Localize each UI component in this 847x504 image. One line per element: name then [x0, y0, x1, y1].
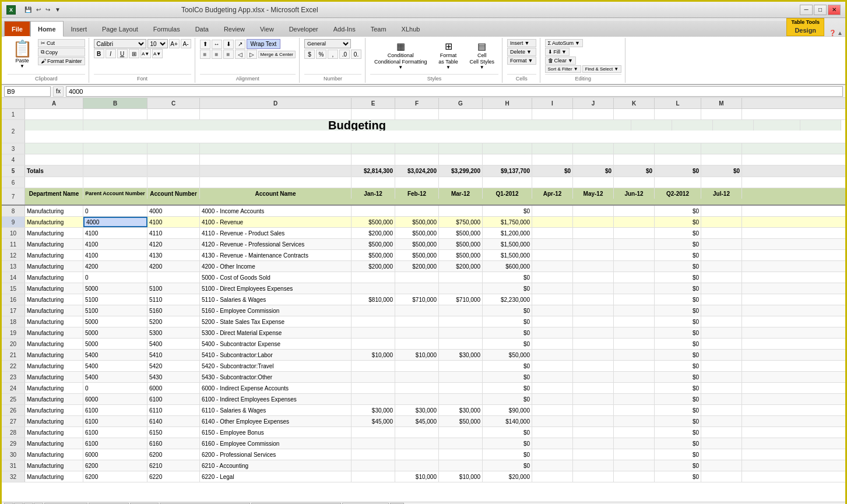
cell-l5[interactable]: $0 [655, 165, 701, 176]
cell-e24[interactable] [352, 383, 395, 393]
cell-d21[interactable]: 5410 - Subcontractor:Labor [200, 350, 352, 360]
cell-e8[interactable] [352, 206, 395, 216]
cell-j18[interactable] [573, 316, 614, 327]
row-num-7[interactable]: 7 [2, 188, 25, 205]
cell-g20[interactable] [439, 339, 483, 349]
cell-m18[interactable] [701, 316, 742, 327]
cell-h13[interactable]: $600,000 [483, 261, 532, 272]
cell-c8[interactable]: 4000 [147, 206, 200, 216]
cell-f12[interactable]: $500,000 [395, 250, 439, 260]
cell-d23[interactable]: 5430 - Subcontractor:Other [200, 372, 352, 382]
cell-d3[interactable] [200, 143, 352, 154]
cell-f10[interactable]: $500,000 [395, 228, 439, 238]
col-header-a[interactable]: A [25, 98, 83, 108]
cell-c30[interactable]: 6200 [147, 449, 200, 460]
cell-a8[interactable]: Manufacturing [25, 206, 83, 216]
cell-g30[interactable] [439, 449, 483, 460]
cell-f28[interactable] [395, 427, 439, 438]
cell-c23[interactable]: 5430 [147, 372, 200, 382]
cell-h27[interactable]: $140,000 [483, 416, 532, 427]
row-num-18[interactable]: 18 [2, 316, 25, 327]
cell-b19[interactable]: 5000 [83, 327, 147, 338]
formula-input[interactable] [66, 86, 843, 97]
cell-m4[interactable] [701, 154, 742, 165]
cell-b3[interactable] [83, 143, 147, 154]
cell-g21[interactable]: $30,000 [439, 350, 483, 360]
cell-h3[interactable] [483, 143, 532, 154]
tab-formulas[interactable]: Formulas [146, 21, 188, 36]
cell-c5[interactable] [147, 165, 200, 176]
bold-button[interactable]: B [94, 49, 104, 58]
cell-j16[interactable] [573, 294, 614, 305]
cell-m8[interactable] [701, 206, 742, 216]
help-icon[interactable]: ❓ [829, 30, 836, 36]
cell-l2[interactable] [754, 120, 800, 131]
cell-j3[interactable] [573, 143, 614, 154]
cell-i3[interactable] [532, 143, 573, 154]
cell-a15[interactable]: Manufacturing [25, 283, 83, 294]
cell-k16[interactable] [614, 294, 655, 305]
col-header-m[interactable]: M [701, 98, 742, 108]
cell-d12[interactable]: 4130 - Revenue - Maintenance Contracts [200, 250, 352, 260]
row-num-23[interactable]: 23 [2, 372, 25, 382]
cell-h25[interactable]: $0 [483, 394, 532, 404]
cell-h28[interactable]: $0 [483, 427, 532, 438]
cell-k2[interactable] [713, 120, 754, 131]
cell-j22[interactable] [573, 361, 614, 371]
row-num-1[interactable]: 1 [2, 109, 25, 119]
cell-j14[interactable] [573, 272, 614, 283]
merge-center-button[interactable]: Merge & Center [258, 51, 296, 58]
row-num-28[interactable]: 28 [2, 427, 25, 438]
cell-l17[interactable]: $0 [655, 305, 701, 316]
cell-b17[interactable]: 5100 [83, 305, 147, 316]
cell-a32[interactable]: Manufacturing [25, 471, 83, 482]
cell-d13[interactable]: 4200 - Other Income [200, 261, 352, 272]
cell-g10[interactable]: $500,000 [439, 228, 483, 238]
cell-g9[interactable]: $750,000 [439, 217, 483, 227]
cell-l24[interactable]: $0 [655, 383, 701, 393]
cell-title[interactable]: Budgeting [83, 120, 631, 131]
cell-k32[interactable] [614, 471, 655, 482]
cell-g27[interactable]: $50,000 [439, 416, 483, 427]
cell-g26[interactable]: $30,000 [439, 405, 483, 415]
cell-d27[interactable]: 6140 - Other Employee Expenses [200, 416, 352, 427]
cell-h24[interactable]: $0 [483, 383, 532, 393]
cell-h23[interactable]: $0 [483, 372, 532, 382]
cell-h29[interactable]: $0 [483, 438, 532, 449]
cell-g18[interactable] [439, 316, 483, 327]
cell-k25[interactable] [614, 394, 655, 404]
cell-b31[interactable]: 6200 [83, 460, 147, 471]
col-header-b[interactable]: B [83, 98, 147, 108]
cell-d6[interactable] [200, 177, 352, 188]
cell-j10[interactable] [573, 228, 614, 238]
cell-e6[interactable] [352, 177, 395, 188]
cell-f21[interactable]: $10,000 [395, 350, 439, 360]
cell-c6[interactable] [147, 177, 200, 188]
decrease-decimal-btn[interactable]: 0. [351, 50, 361, 59]
cell-e3[interactable] [352, 143, 395, 154]
cell-d16[interactable]: 5110 - Salaries & Wages [200, 294, 352, 305]
cell-h21[interactable]: $50,000 [483, 350, 532, 360]
percent-btn[interactable]: % [316, 50, 326, 59]
cell-b10[interactable]: 4100 [83, 228, 147, 238]
cell-i7[interactable]: Apr-12 [532, 188, 573, 199]
cell-e31[interactable] [352, 460, 395, 471]
cell-c11[interactable]: 4120 [147, 239, 200, 249]
cell-j20[interactable] [573, 339, 614, 349]
row-num-6[interactable]: 6 [2, 177, 25, 188]
align-bottom-btn[interactable]: ⬇ [223, 40, 234, 49]
restore-btn[interactable]: □ [814, 5, 827, 15]
cell-l25[interactable]: $0 [655, 394, 701, 404]
comma-btn[interactable]: , [328, 50, 338, 59]
cell-f27[interactable]: $45,000 [395, 416, 439, 427]
cell-d20[interactable]: 5400 - Subcontractor Expense [200, 339, 352, 349]
row-num-20[interactable]: 20 [2, 339, 25, 349]
tab-insert[interactable]: Insert [64, 21, 95, 36]
cell-k23[interactable] [614, 372, 655, 382]
cell-h20[interactable]: $0 [483, 339, 532, 349]
cell-c7[interactable]: Account Number [147, 188, 200, 199]
cell-h26[interactable]: $90,000 [483, 405, 532, 415]
cell-f7[interactable]: Feb-12 [395, 188, 439, 199]
cell-l10[interactable]: $0 [655, 228, 701, 238]
cell-m13[interactable] [701, 261, 742, 272]
